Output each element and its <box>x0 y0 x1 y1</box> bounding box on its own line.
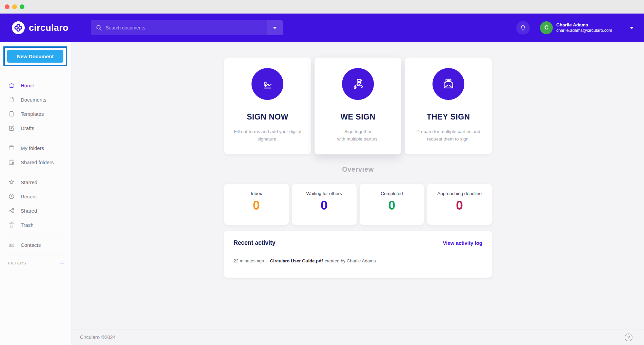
sidebar-item-my-folders[interactable]: My folders <box>0 141 72 155</box>
overview-heading: Overview <box>224 166 492 173</box>
shared-folder-icon <box>8 159 15 166</box>
sidebar-item-label: Templates <box>21 111 44 117</box>
user-menu[interactable]: C Charlie Adams charlie.adams@circularo.… <box>540 21 634 34</box>
new-document-highlight: New Document <box>3 46 67 66</box>
close-window-icon[interactable] <box>5 4 9 9</box>
contacts-icon <box>8 241 15 248</box>
sidebar-item-home[interactable]: Home <box>0 78 72 92</box>
stat-value: 0 <box>292 198 357 213</box>
action-cards: SIGN NOW Fill out forms and add your dig… <box>224 58 492 154</box>
stat-value: 0 <box>224 198 289 213</box>
sidebar-item-label: Contacts <box>21 242 41 248</box>
sidebar-item-drafts[interactable]: Drafts <box>0 121 72 135</box>
minimize-window-icon[interactable] <box>12 4 17 9</box>
card-title: THEY SIGN <box>405 112 492 122</box>
stat-label: Approaching deadline <box>427 191 492 196</box>
search-bar <box>91 20 283 35</box>
user-email: charlie.adams@circularo.com <box>556 28 612 34</box>
avatar: C <box>540 21 553 34</box>
sidebar-item-trash[interactable]: Trash <box>0 218 72 232</box>
maximize-window-icon[interactable] <box>20 4 24 9</box>
stat-value: 0 <box>360 198 424 213</box>
copyright-text: Circularo ©2024 <box>80 335 116 340</box>
sidebar-item-shared-folders[interactable]: Shared folders <box>0 155 72 169</box>
notifications-button[interactable] <box>516 21 530 35</box>
sidebar-item-label: Shared <box>21 208 37 214</box>
user-name: Charlie Adams <box>556 22 612 28</box>
circularo-logo[interactable]: circularo <box>12 21 68 35</box>
sidebar-item-documents[interactable]: Documents <box>0 92 72 107</box>
hand-sign-icon <box>349 76 366 92</box>
signature-icon <box>259 76 276 92</box>
sidebar-item-templates[interactable]: Templates <box>0 107 72 121</box>
stat-card-waiting-for-others[interactable]: Waiting for others 0 <box>292 184 357 225</box>
stat-value: 0 <box>427 198 492 213</box>
new-document-button[interactable]: New Document <box>7 50 63 63</box>
stat-label: Inbox <box>224 191 289 196</box>
stat-label: Waiting for others <box>292 191 357 196</box>
sidebar-divider <box>4 255 67 255</box>
sidebar-item-starred[interactable]: Starred <box>0 175 72 189</box>
filters-label: FILTERS <box>8 261 26 265</box>
sign-now-icon-circle <box>251 68 283 100</box>
sidebar-item-label: Drafts <box>21 125 34 131</box>
recent-activity-card: Recent activity View activity log 22 min… <box>224 231 492 278</box>
sidebar-item-label: Shared folders <box>21 159 54 165</box>
view-activity-log-link[interactable]: View activity log <box>443 240 482 246</box>
filters-section: FILTERS <box>0 260 72 266</box>
sidebar-item-contacts[interactable]: Contacts <box>0 238 72 252</box>
envelope-icon <box>440 76 457 92</box>
recent-activity-title: Recent activity <box>234 239 276 246</box>
trash-icon <box>8 221 15 228</box>
we-sign-icon-circle <box>342 68 374 100</box>
template-icon <box>8 110 15 117</box>
plus-icon <box>59 260 65 266</box>
help-icon[interactable]: ? <box>625 333 632 341</box>
sidebar-item-label: Trash <box>21 222 34 228</box>
sidebar-nav: Home Documents Templates Drafts <box>0 78 72 135</box>
sidebar-item-label: My folders <box>21 145 44 151</box>
they-sign-card[interactable]: THEY SIGN Prepare for multiple parties a… <box>405 58 492 154</box>
activity-detail: created by Charlie Adams <box>325 258 376 263</box>
header-actions: C Charlie Adams charlie.adams@circularo.… <box>516 21 634 35</box>
app-header: circularo C Charlie Adams charlie.adams@… <box>0 14 644 42</box>
search-filter-dropdown[interactable] <box>267 20 283 35</box>
stat-card-inbox[interactable]: Inbox 0 <box>224 184 289 225</box>
chevron-down-icon <box>273 27 277 29</box>
card-description: Fill out forms and add your digital sign… <box>224 128 311 143</box>
activity-item: 22 minutes ago – Circularo User Guide.pd… <box>234 258 482 263</box>
add-filter-button[interactable] <box>59 260 65 266</box>
stat-card-approaching-deadline[interactable]: Approaching deadline 0 <box>427 184 492 225</box>
overview-stats: Inbox 0 Waiting for others 0 Completed 0… <box>224 184 492 225</box>
home-icon <box>8 82 15 89</box>
card-title: WE SIGN <box>315 112 402 122</box>
folder-icon <box>8 145 15 151</box>
search-icon <box>96 24 102 31</box>
activity-time: 22 minutes ago <box>234 258 264 263</box>
search-input[interactable] <box>91 20 283 35</box>
stat-label: Completed <box>360 191 424 196</box>
sidebar-item-recent[interactable]: Recent <box>0 189 72 203</box>
sidebar-item-label: Home <box>21 83 34 88</box>
document-icon <box>8 96 15 103</box>
we-sign-card[interactable]: WE SIGN Sign together with multiple part… <box>315 58 402 154</box>
user-menu-caret-icon <box>630 27 634 29</box>
activity-file-link[interactable]: Circularo User Guide.pdf <box>270 258 323 263</box>
card-description: Sign together with multiple parties. <box>315 128 402 143</box>
sidebar-divider <box>4 172 67 172</box>
brand-name: circularo <box>29 23 68 33</box>
sidebar-item-label: Recent <box>21 194 37 199</box>
they-sign-icon-circle <box>432 68 464 100</box>
circularo-logo-icon <box>12 21 25 35</box>
card-title: SIGN NOW <box>224 112 311 122</box>
sign-now-card[interactable]: SIGN NOW Fill out forms and add your dig… <box>224 58 311 154</box>
window-title-bar <box>0 0 644 14</box>
clock-icon <box>8 193 15 200</box>
sidebar-divider <box>4 138 67 138</box>
stat-card-completed[interactable]: Completed 0 <box>360 184 424 225</box>
sidebar-item-shared[interactable]: Shared <box>0 203 72 218</box>
bell-icon <box>519 24 527 31</box>
main-content: SIGN NOW Fill out forms and add your dig… <box>72 42 644 345</box>
star-icon <box>8 179 15 186</box>
draft-icon <box>8 125 15 131</box>
